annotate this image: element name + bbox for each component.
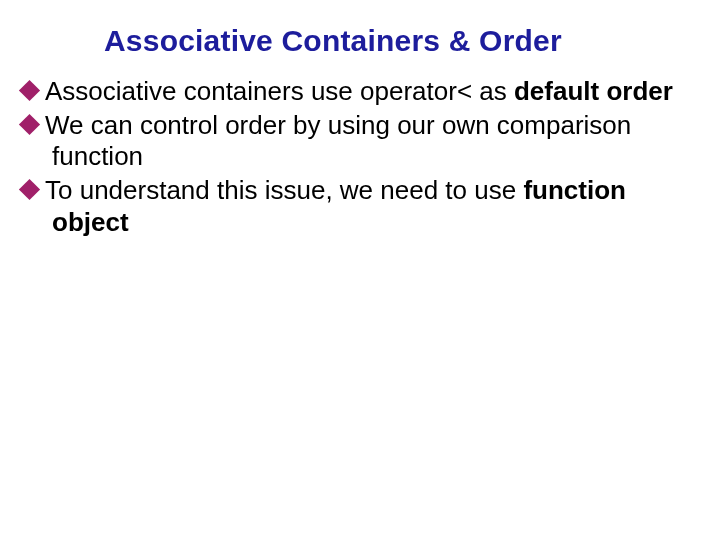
page-title: Associative Containers & Order [104, 24, 698, 58]
bullet-list: Associative containers use operator< as … [22, 76, 698, 239]
bullet-icon [19, 80, 40, 101]
bullet-text-pre: To understand this issue, we need to use [45, 175, 523, 205]
bullet-text-pre: We can control order by using our own co… [45, 110, 631, 172]
bullet-text-bold: default order [514, 76, 673, 106]
list-item: We can control order by using our own co… [22, 110, 698, 173]
bullet-icon [19, 179, 40, 200]
bullet-icon [19, 114, 40, 135]
list-item: Associative containers use operator< as … [22, 76, 698, 108]
bullet-text-pre: Associative containers use operator< as [45, 76, 514, 106]
slide: Associative Containers & Order Associati… [0, 0, 720, 540]
list-item: To understand this issue, we need to use… [22, 175, 698, 238]
